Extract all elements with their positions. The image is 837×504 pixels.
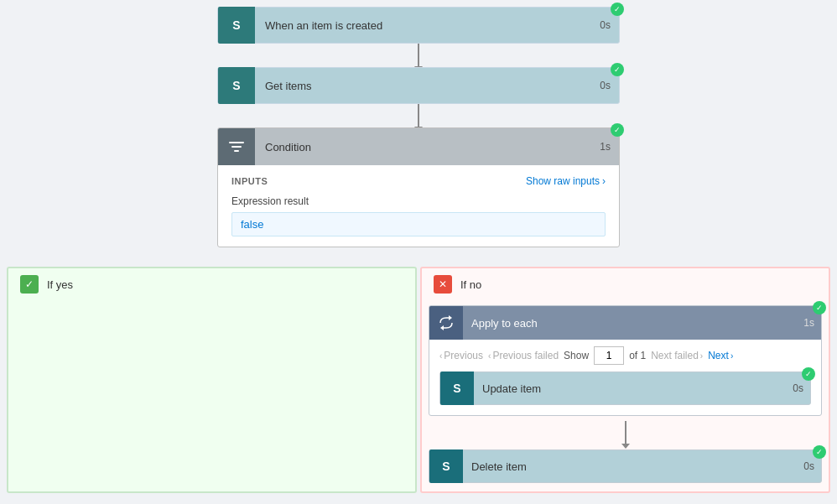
expression-result-label: Expression result [231,195,606,207]
svg-rect-1 [231,146,242,148]
update-item-duration: 0s [786,382,810,394]
apply-each-duration: 1s [797,317,821,329]
if-no-header: ✕ If no [422,268,829,300]
apply-each-success: ✓ [813,301,826,314]
apply-each-label: Apply to each [463,317,797,330]
when-created-label: When an item is created [255,19,591,32]
condition-block[interactable]: Condition 1s ✓ INPUTS Show raw inputs › … [217,127,620,247]
svg-marker-4 [440,325,444,330]
condition-body: INPUTS Show raw inputs › Expression resu… [218,165,619,247]
condition-icon [218,128,255,165]
condition-header: Condition 1s ✓ [218,128,619,165]
when-created-duration: 0s [591,19,619,31]
when-created-icon: S [218,7,255,44]
delete-item-block[interactable]: S Delete item 0s ✓ [429,449,822,483]
inputs-label: INPUTS [231,176,268,186]
x-icon: ✕ [434,275,452,294]
if-yes-header: ✓ If yes [8,268,415,300]
apply-each-body: ‹ Previous ‹ Previous failed Show of 1 N… [429,340,821,415]
svg-marker-3 [449,315,452,320]
if-yes-label: If yes [47,278,73,291]
if-no-branch: ✕ If no Apply to each [420,267,830,493]
condition-label: Condition [255,141,591,153]
inputs-header: INPUTS Show raw inputs › [231,175,606,187]
when-created-block[interactable]: S When an item is created 0s ✓ [217,7,620,44]
previous-btn[interactable]: ‹ Previous [439,350,483,361]
delete-item-duration: 0s [797,460,821,472]
update-item-label: Update item [474,382,786,395]
apply-each-header: Apply to each 1s ✓ [429,306,821,340]
next-btn[interactable]: Next › [708,350,733,361]
arrow-2 [418,104,419,127]
get-items-icon: S [218,67,255,104]
if-no-label: If no [460,278,481,291]
get-items-success: ✓ [611,63,624,76]
when-created-success: ✓ [611,3,624,16]
svg-rect-0 [229,142,244,143]
next-failed-btn[interactable]: Next failed › [651,350,703,361]
delete-item-icon: S [429,449,463,483]
if-yes-branch: ✓ If yes [7,267,417,493]
update-item-success: ✓ [802,367,815,381]
arrow-3 [625,421,626,444]
show-raw-inputs-btn[interactable]: Show raw inputs › [526,175,606,187]
update-item-icon: S [440,372,474,405]
delete-item-success: ✓ [813,445,826,459]
check-icon: ✓ [20,275,39,294]
condition-success: ✓ [611,123,624,137]
top-flow: S When an item is created 0s ✓ S Get ite… [217,7,620,247]
arrow-1 [418,44,419,67]
branch-container: ✓ If yes ✕ If no [7,267,830,493]
get-items-block[interactable]: S Get items 0s ✓ [217,67,620,104]
get-items-duration: 0s [591,80,619,91]
get-items-label: Get items [255,80,591,92]
pagination-row: ‹ Previous ‹ Previous failed Show of 1 N… [439,346,811,365]
update-item-block[interactable]: S Update item 0s ✓ [439,372,811,405]
apply-each-block[interactable]: Apply to each 1s ✓ ‹ Previous ‹ Previous… [429,305,822,416]
flow-canvas: S When an item is created 0s ✓ S Get ite… [0,0,837,504]
apply-each-icon [429,306,463,340]
previous-failed-btn[interactable]: ‹ Previous failed [488,350,559,361]
expression-result-value: false [231,212,606,236]
condition-duration: 1s [591,141,619,153]
svg-rect-2 [234,150,239,152]
show-input[interactable] [594,346,624,365]
delete-item-label: Delete item [463,460,797,473]
